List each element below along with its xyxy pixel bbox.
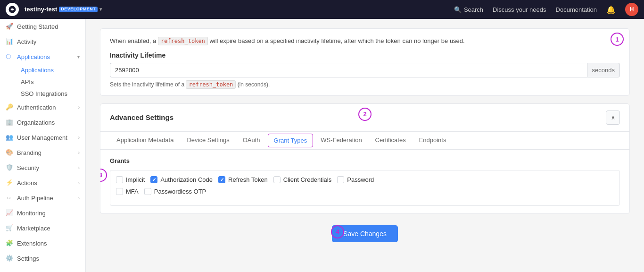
step-4-circle: 4 xyxy=(331,225,344,238)
field-suffix-seconds: seconds xyxy=(587,63,620,77)
sidebar-item-marketplace[interactable]: 🛒 Marketplace xyxy=(0,221,85,236)
search-button[interactable]: 🔍 Search xyxy=(454,6,483,13)
info-description: When enabled, a refresh_token will expir… xyxy=(110,36,620,46)
chevron-right-icon-4: › xyxy=(78,165,80,170)
sidebar: 🚀 Getting Started 📊 Activity ⬡ Applicati… xyxy=(0,19,86,272)
sidebar-item-extensions[interactable]: 🧩 Extensions xyxy=(0,236,85,251)
sidebar-item-auth-pipeline[interactable]: ↔ Auth Pipeline › xyxy=(0,190,85,205)
notification-icon[interactable]: 🔔 xyxy=(606,5,616,14)
grants-row-2: MFA Passwordless OTP xyxy=(116,188,614,195)
checkbox-authorization-code[interactable] xyxy=(150,176,157,183)
chart-icon: 📊 xyxy=(6,38,13,45)
grant-refresh-token[interactable]: Refresh Token xyxy=(218,176,268,183)
grant-implicit[interactable]: Implicit xyxy=(116,176,145,183)
field-row-inactivity: seconds xyxy=(110,63,620,77)
applications-submenu: Applications APIs SSO Integrations xyxy=(0,64,85,100)
tenant-badge: DEVELOPMENT xyxy=(59,7,98,12)
logo[interactable] xyxy=(6,3,19,16)
tenant-name[interactable]: testiny-test DEVELOPMENT ▾ xyxy=(25,6,102,13)
org-icon: 🏢 xyxy=(6,119,13,126)
grants-label: Grants xyxy=(110,157,620,164)
rocket-icon: 🚀 xyxy=(6,23,13,30)
sidebar-item-user-management[interactable]: 👥 User Management › xyxy=(0,130,85,145)
sidebar-item-settings[interactable]: ⚙️ Settings xyxy=(0,251,85,266)
sidebar-item-actions[interactable]: ⚡ Actions › xyxy=(0,175,85,190)
sidebar-subitem-apis[interactable]: APIs xyxy=(17,76,85,88)
tab-application-metadata[interactable]: Application Metadata xyxy=(110,132,180,150)
search-icon: 🔍 xyxy=(454,6,462,13)
step-2-circle: 2 xyxy=(358,108,372,121)
inactivity-lifetime-input[interactable] xyxy=(110,63,587,77)
chevron-down-icon: ▾ xyxy=(77,54,80,60)
topnav-actions: 🔍 Search Discuss your needs Documentatio… xyxy=(454,3,638,16)
step-1-circle: 1 xyxy=(611,33,624,46)
checkbox-passwordless-otp[interactable] xyxy=(144,188,151,195)
field-hint-inactivity: Sets the inactivity lifetime of a refres… xyxy=(110,81,620,88)
tabs-bar: Application Metadata Device Settings OAu… xyxy=(100,132,629,150)
discuss-button[interactable]: Discuss your needs xyxy=(493,6,546,13)
sidebar-subitem-applications[interactable]: Applications xyxy=(17,64,85,76)
sidebar-item-branding[interactable]: 🎨 Branding › xyxy=(0,145,85,160)
sidebar-item-monitoring[interactable]: 📈 Monitoring xyxy=(0,205,85,221)
market-icon: 🛒 xyxy=(6,224,13,232)
grant-password[interactable]: Password xyxy=(337,176,374,183)
save-area: 4 Save Changes xyxy=(100,214,630,246)
shield-icon: 🛡️ xyxy=(6,164,13,171)
avatar[interactable]: H xyxy=(625,3,638,16)
users-icon: 👥 xyxy=(6,134,13,141)
key-icon: 🔑 xyxy=(6,103,13,111)
sidebar-subitem-sso[interactable]: SSO Integrations xyxy=(17,88,85,100)
checkbox-mfa[interactable] xyxy=(116,188,123,195)
sidebar-item-organizations[interactable]: 🏢 Organizations xyxy=(0,115,85,130)
info-section: 1 When enabled, a refresh_token will exp… xyxy=(100,28,630,96)
tab-oauth[interactable]: OAuth xyxy=(236,132,267,150)
tab-ws-federation[interactable]: WS-Federation xyxy=(314,132,368,150)
bolt-icon: ⚡ xyxy=(6,179,13,187)
grant-mfa[interactable]: MFA xyxy=(116,188,139,195)
step-3-circle: 3 xyxy=(100,169,107,182)
tab-endpoints[interactable]: Endpoints xyxy=(413,132,453,150)
grants-scroll-area[interactable]: Implicit Authorization Code Refresh Toke… xyxy=(110,170,620,206)
collapse-button[interactable]: ∧ xyxy=(606,110,620,125)
advanced-settings-card: 2 Advanced Settings ∧ Application Metada… xyxy=(100,103,630,214)
grant-client-credentials[interactable]: Client Credentials xyxy=(273,176,332,183)
sidebar-item-authentication[interactable]: 🔑 Authentication › xyxy=(0,100,85,115)
code-refresh-token: refresh_token xyxy=(158,37,208,45)
chevron-right-icon-6: › xyxy=(78,196,80,201)
sidebar-item-activity[interactable]: 📊 Activity xyxy=(0,34,85,49)
chevron-right-icon-3: › xyxy=(78,150,80,155)
advanced-settings-header: 2 Advanced Settings ∧ xyxy=(100,104,629,132)
grant-authorization-code[interactable]: Authorization Code xyxy=(150,176,213,183)
ext-icon: 🧩 xyxy=(6,239,13,247)
tenant-info: testiny-test DEVELOPMENT ▾ xyxy=(25,6,102,13)
grant-passwordless-otp[interactable]: Passwordless OTP xyxy=(144,188,206,195)
tab-grant-types[interactable]: Grant Types xyxy=(268,134,314,147)
gear-icon: ⚙️ xyxy=(6,255,13,262)
chevron-right-icon-2: › xyxy=(78,135,80,140)
grant-types-content: 3 Grants Implicit Authorization Code xyxy=(100,150,629,213)
checkbox-implicit[interactable] xyxy=(116,176,123,183)
chevron-right-icon: › xyxy=(78,105,80,110)
checkbox-password[interactable] xyxy=(337,176,344,183)
tab-device-settings[interactable]: Device Settings xyxy=(180,132,236,150)
brush-icon: 🎨 xyxy=(6,149,13,156)
checkbox-client-credentials[interactable] xyxy=(273,176,281,183)
advanced-settings-title: Advanced Settings xyxy=(110,113,173,121)
chevron-up-icon: ∧ xyxy=(611,114,615,121)
sidebar-item-applications[interactable]: ⬡ Applications ▾ xyxy=(0,49,85,64)
docs-button[interactable]: Documentation xyxy=(556,6,597,13)
monitor-icon: 📈 xyxy=(6,209,13,217)
sidebar-item-security[interactable]: 🛡️ Security › xyxy=(0,160,85,175)
main-content: 1 When enabled, a refresh_token will exp… xyxy=(86,19,644,272)
chevron-right-icon-5: › xyxy=(78,180,80,186)
tab-certificates[interactable]: Certificates xyxy=(369,132,413,150)
field-label-inactivity: Inactivity Lifetime xyxy=(110,51,620,59)
sidebar-item-getting-started[interactable]: 🚀 Getting Started xyxy=(0,19,85,34)
app-icon: ⬡ xyxy=(6,53,13,60)
grants-row-1: Implicit Authorization Code Refresh Toke… xyxy=(116,176,614,183)
topnav: testiny-test DEVELOPMENT ▾ 🔍 Search Disc… xyxy=(0,0,644,19)
code-refresh-token-2: refresh_token xyxy=(186,80,236,89)
checkbox-refresh-token[interactable] xyxy=(218,176,225,183)
pipeline-icon: ↔ xyxy=(6,194,13,202)
